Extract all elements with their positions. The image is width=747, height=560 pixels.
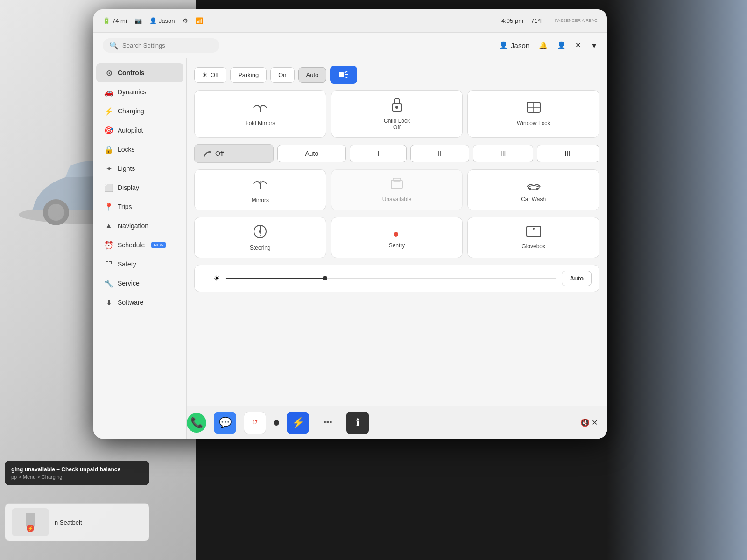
sidebar-item-controls[interactable]: ⊙ Controls bbox=[96, 63, 183, 82]
sun-icon: ☀ bbox=[202, 71, 208, 78]
header-user-label: Jason bbox=[511, 42, 529, 49]
more-button[interactable]: ••• bbox=[317, 412, 339, 434]
header-bar: 🔍 👤 Jason 🔔 👤 ✕ ▼ bbox=[93, 33, 607, 58]
wiper-1-button[interactable]: I bbox=[350, 145, 407, 162]
sidebar-item-lights[interactable]: ✦ Lights bbox=[96, 159, 183, 178]
wiper-2-button[interactable]: II bbox=[410, 145, 469, 162]
unavailable-label: Unavailable bbox=[382, 196, 412, 203]
sidebar-label-safety: Safety bbox=[118, 260, 136, 268]
sidebar-item-software[interactable]: ⬇ Software bbox=[96, 293, 183, 312]
wiper-2-label: II bbox=[438, 150, 442, 157]
bell-icon[interactable]: 🔔 bbox=[539, 41, 548, 49]
window-lock-card[interactable]: Window Lock bbox=[467, 90, 599, 138]
sidebar-item-schedule[interactable]: ⏰ Schedule NEW bbox=[96, 236, 183, 254]
sun-brightness-icon: ☀ bbox=[213, 274, 220, 283]
time-temp: 4:05 pm 71°F bbox=[501, 17, 544, 24]
search-box[interactable]: 🔍 bbox=[103, 38, 219, 53]
display-icon: ⬜ bbox=[105, 183, 113, 192]
sidebar-item-charging[interactable]: ⚡ Charging bbox=[96, 102, 183, 120]
car-wash-label: Car Wash bbox=[521, 196, 546, 203]
fold-mirrors-card[interactable]: Fold Mirrors bbox=[194, 90, 326, 138]
calendar-icon: 17 bbox=[252, 420, 257, 425]
light-auto-button[interactable]: Auto bbox=[298, 67, 327, 83]
window-lock-label: Window Lock bbox=[517, 120, 550, 126]
calendar-button[interactable]: 17 bbox=[244, 412, 266, 434]
taskbar: 📞 💬 17 ⚡ ••• ℹ 🔇 ✕ bbox=[187, 406, 607, 439]
mirrors-card[interactable]: Mirrors bbox=[194, 169, 326, 210]
person2-icon[interactable]: 👤 bbox=[557, 41, 566, 49]
fold-mirrors-label: Fold Mirrors bbox=[245, 120, 275, 126]
sidebar-item-locks[interactable]: 🔒 Locks bbox=[96, 140, 183, 159]
brightness-low-icon: — bbox=[202, 275, 208, 282]
safety-icon: 🛡 bbox=[105, 260, 113, 268]
sidebar-item-service[interactable]: 🔧 Service bbox=[96, 274, 183, 293]
sidebar-item-display[interactable]: ⬜ Display bbox=[96, 178, 183, 197]
sidebar-label-trips: Trips bbox=[118, 203, 132, 210]
mirrors-icon bbox=[252, 176, 268, 194]
light-parking-button[interactable]: Parking bbox=[230, 67, 267, 83]
sidebar-item-safety[interactable]: 🛡 Safety bbox=[96, 255, 183, 273]
sidebar-label-software: Software bbox=[118, 299, 143, 306]
wiper-4-button[interactable]: IIII bbox=[537, 145, 599, 162]
svg-point-13 bbox=[395, 106, 398, 109]
glovebox-card[interactable]: Glovebox bbox=[467, 217, 599, 258]
light-off-button[interactable]: ☀ Off bbox=[194, 67, 226, 83]
light-on-button[interactable]: On bbox=[270, 67, 294, 83]
autopilot-icon: 🎯 bbox=[105, 126, 113, 134]
wiper-3-button[interactable]: III bbox=[473, 145, 534, 162]
child-lock-icon bbox=[390, 97, 403, 115]
right-exterior bbox=[607, 0, 747, 560]
svg-line-11 bbox=[345, 77, 347, 78]
sidebar-item-dynamics[interactable]: 🚗 Dynamics bbox=[96, 83, 183, 101]
bluetooth-button[interactable]: ⚡ bbox=[287, 412, 309, 434]
notification-banner: ging unavailable – Check unpaid balance … bbox=[5, 461, 149, 485]
trips-icon: 📍 bbox=[105, 203, 113, 211]
child-lock-card[interactable]: Child LockOff bbox=[331, 90, 463, 138]
brightness-slider[interactable] bbox=[226, 278, 556, 279]
wiper-3-label: III bbox=[500, 150, 506, 157]
car-wash-icon bbox=[525, 177, 542, 193]
control-grid-bottom: Steering Sentry bbox=[194, 217, 599, 258]
sentry-card[interactable]: Sentry bbox=[331, 217, 463, 258]
sentry-label: Sentry bbox=[389, 242, 405, 249]
messages-button[interactable]: 💬 bbox=[214, 412, 236, 434]
svg-point-22 bbox=[529, 188, 531, 190]
dropdown-icon[interactable]: ▼ bbox=[591, 42, 598, 49]
wiper-1-label: I bbox=[377, 150, 379, 157]
status-user: 👤 Jason bbox=[149, 17, 175, 24]
sidebar-item-trips[interactable]: 📍 Trips bbox=[96, 197, 183, 216]
status-bar: 🔋 74 mi 📷 👤 Jason ⚙ 📶 4:05 pm 71°F PASSE… bbox=[93, 9, 607, 33]
sidebar-label-dynamics: Dynamics bbox=[118, 88, 146, 96]
user-icon: 👤 bbox=[499, 41, 508, 49]
sidebar-item-autopilot[interactable]: 🎯 Autopilot bbox=[96, 121, 183, 140]
locks-icon: 🔒 bbox=[105, 145, 113, 154]
brightness-auto-button[interactable]: Auto bbox=[562, 271, 592, 286]
search-input[interactable] bbox=[122, 42, 213, 49]
dot-button[interactable] bbox=[274, 420, 279, 426]
notification-subtitle: pp > Menu > Charging bbox=[11, 474, 143, 480]
notification-title: ging unavailable – Check unpaid balance bbox=[11, 466, 143, 473]
software-icon: ⬇ bbox=[105, 298, 113, 307]
sidebar-label-lights: Lights bbox=[118, 165, 135, 172]
control-grid-top: Fold Mirrors Child LockOff bbox=[194, 90, 599, 138]
passenger-airbag: PASSENGER AIRBAG bbox=[555, 18, 598, 23]
wiper-auto-button[interactable]: Auto bbox=[277, 145, 346, 162]
highbeam-icon bbox=[338, 70, 349, 79]
sidebar-item-navigation[interactable]: ▲ Navigation bbox=[96, 217, 183, 235]
main-screen: 🔋 74 mi 📷 👤 Jason ⚙ 📶 4:05 pm 71°F PASSE… bbox=[93, 9, 607, 439]
wiper-off-button[interactable]: Off bbox=[194, 144, 274, 163]
steering-card[interactable]: Steering bbox=[194, 217, 326, 258]
control-grid-mid: Mirrors Unavailable bbox=[194, 169, 599, 210]
arrow-icon: ✕ bbox=[575, 41, 581, 49]
light-highbeam-button[interactable] bbox=[330, 66, 357, 84]
phone-button[interactable]: 📞 bbox=[187, 413, 206, 433]
seatbelt-widget: ⚡ n Seatbelt bbox=[5, 503, 149, 541]
volume-control[interactable]: 🔇 ✕ bbox=[580, 418, 607, 427]
car-wash-card[interactable]: Car Wash bbox=[467, 169, 599, 210]
person-icon: 👤 bbox=[149, 17, 157, 24]
info-button[interactable]: ℹ bbox=[346, 412, 369, 434]
svg-point-2 bbox=[48, 204, 64, 221]
navigation-icon: ▲ bbox=[105, 222, 113, 230]
camera-icon: 📷 bbox=[134, 17, 142, 24]
dynamics-icon: 🚗 bbox=[105, 88, 113, 96]
